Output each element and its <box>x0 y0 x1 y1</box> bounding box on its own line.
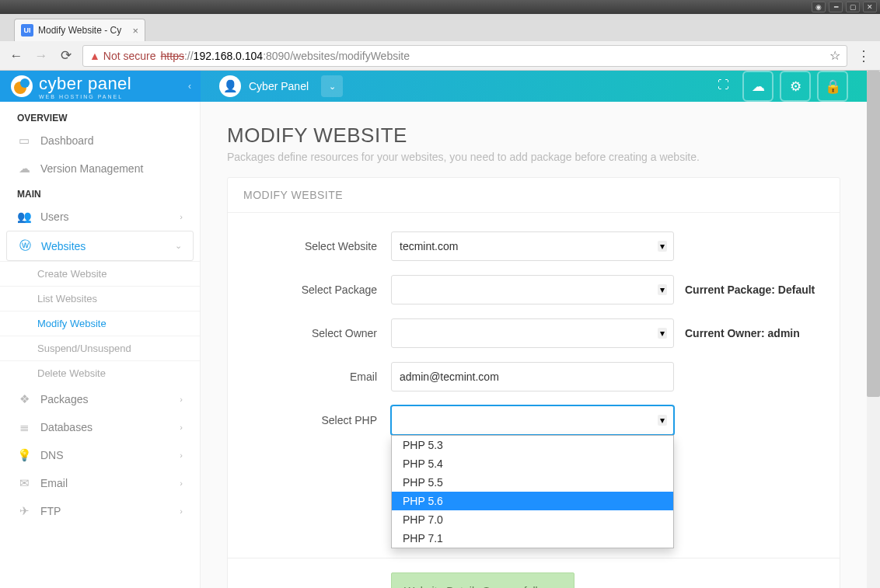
sidebar-item-websites[interactable]: ⓦ Websites ⌄ <box>6 231 194 261</box>
label-email: Email <box>243 371 391 383</box>
sidebar-item-databases[interactable]: ≣ Databases › <box>0 413 200 441</box>
modify-website-panel: MODIFY WEBSITE Select Website tecmint.co… <box>227 177 840 588</box>
user-icon[interactable]: ◉ <box>812 2 826 12</box>
gear-icon[interactable]: ⚙ <box>780 71 811 102</box>
scroll-thumb[interactable] <box>867 71 880 397</box>
sidebar-item-users[interactable]: 👥 Users › <box>0 203 200 231</box>
select-website[interactable]: tecmint.com <box>391 231 674 261</box>
subitem-delete-website[interactable]: Delete Website <box>0 360 200 385</box>
websites-submenu: Create Website List Websites Modify Webs… <box>0 261 200 385</box>
maximize-button[interactable]: ▢ <box>846 2 860 12</box>
subitem-modify-website[interactable]: Modify Website <box>0 311 200 336</box>
url-box[interactable]: ▲ Not secure https://192.168.0.104:8090/… <box>82 45 847 67</box>
label-owner: Select Owner <box>243 327 391 339</box>
security-indicator[interactable]: ▲ Not secure <box>89 50 156 62</box>
sidebar-collapse-icon[interactable]: ‹ <box>188 81 191 92</box>
tab-strip: UI Modify Website - Cy × <box>0 14 880 41</box>
bookmark-icon[interactable]: ☆ <box>829 48 840 63</box>
status-message: Website Details Successfully fetched <box>391 572 574 588</box>
brand-subtitle: WEB HOSTING PANEL <box>39 94 131 99</box>
vertical-scrollbar[interactable] <box>867 71 880 588</box>
php-option[interactable]: PHP 7.1 <box>392 529 673 548</box>
favicon-icon: UI <box>21 24 33 37</box>
avatar-icon: 👤 <box>219 75 241 97</box>
close-window-button[interactable]: ✕ <box>863 2 877 12</box>
row-email: Email admin@tecmint.com <box>243 362 824 391</box>
ftp-icon: ✈ <box>17 504 31 518</box>
cloud-upload-icon: ☁ <box>17 162 31 176</box>
header-bar: 👤 Cyber Panel ⌄ ⛶ ☁ ⚙ 🔒 <box>201 71 867 102</box>
php-option[interactable]: PHP 5.4 <box>392 454 673 473</box>
cloud-icon[interactable]: ☁ <box>742 71 773 102</box>
reload-button[interactable]: ⟳ <box>58 47 75 64</box>
chevron-right-icon: › <box>180 478 183 488</box>
logo-icon <box>11 75 33 97</box>
chevron-right-icon: › <box>180 423 183 432</box>
php-option[interactable]: PHP 7.0 <box>392 510 673 529</box>
email-icon: ✉ <box>17 476 31 490</box>
sidebar-section-main: MAIN <box>0 183 200 203</box>
panel-body: Select Website tecmint.com Select Packag… <box>228 213 840 588</box>
forward-button[interactable]: → <box>33 47 50 64</box>
sidebar-item-dns[interactable]: 💡 DNS › <box>0 441 200 469</box>
warning-icon: ▲ <box>89 50 100 62</box>
subitem-list-websites[interactable]: List Websites <box>0 286 200 311</box>
sidebar-item-version[interactable]: ☁ Version Management <box>0 155 200 183</box>
divider <box>228 558 840 558</box>
sidebar-item-dashboard[interactable]: ▭ Dashboard <box>0 127 200 155</box>
browser-menu-icon[interactable]: ⋮ <box>855 47 872 64</box>
current-package: Current Package: Default <box>685 284 815 296</box>
row-select-php: Select PHP PHP 5.3 PHP 5.4 PHP 5.5 PHP 5… <box>243 405 824 435</box>
database-icon: ≣ <box>17 420 31 434</box>
app-header: cyber panel WEB HOSTING PANEL ‹ 👤 Cyber … <box>0 71 867 102</box>
chevron-right-icon: › <box>180 451 183 460</box>
row-select-owner: Select Owner Current Owner: admin <box>243 318 824 348</box>
label-package: Select Package <box>243 284 391 296</box>
chevron-right-icon: › <box>180 395 183 404</box>
select-php[interactable] <box>391 405 674 435</box>
subitem-create-website[interactable]: Create Website <box>0 261 200 286</box>
brand-name: cyber panel <box>39 74 131 94</box>
php-option-selected[interactable]: PHP 5.6 <box>392 492 673 510</box>
sidebar-item-packages[interactable]: ❖ Packages › <box>0 385 200 413</box>
select-owner[interactable] <box>391 318 674 348</box>
address-bar: ← → ⟳ ▲ Not secure https://192.168.0.104… <box>0 41 880 71</box>
php-option[interactable]: PHP 5.5 <box>392 473 673 492</box>
minimize-button[interactable]: ━ <box>829 2 843 12</box>
panel-title: MODIFY WEBSITE <box>228 178 840 213</box>
viewport: cyber panel WEB HOSTING PANEL ‹ 👤 Cyber … <box>0 71 880 588</box>
user-name: Cyber Panel <box>249 80 309 92</box>
tab-title: Modify Website - Cy <box>38 25 121 36</box>
label-php: Select PHP <box>243 414 391 426</box>
current-owner: Current Owner: admin <box>685 327 800 339</box>
php-option[interactable]: PHP 5.3 <box>392 436 673 454</box>
chevron-down-icon: ⌄ <box>175 241 182 251</box>
packages-icon: ❖ <box>17 392 31 406</box>
browser-tab[interactable]: UI Modify Website - Cy × <box>14 19 145 41</box>
user-dropdown-icon[interactable]: ⌄ <box>321 75 343 97</box>
label-website: Select Website <box>243 240 391 252</box>
brand[interactable]: cyber panel WEB HOSTING PANEL ‹ <box>0 71 201 102</box>
app-body: OVERVIEW ▭ Dashboard ☁ Version Managemen… <box>0 102 867 588</box>
page-root: cyber panel WEB HOSTING PANEL ‹ 👤 Cyber … <box>0 71 867 588</box>
select-package[interactable] <box>391 275 674 304</box>
sidebar-item-email[interactable]: ✉ Email › <box>0 469 200 497</box>
sidebar-section-overview: OVERVIEW <box>0 106 200 127</box>
subitem-suspend-website[interactable]: Suspend/Unsuspend <box>0 336 200 360</box>
php-dropdown: PHP 5.3 PHP 5.4 PHP 5.5 PHP 5.6 PHP 7.0 … <box>391 435 674 548</box>
page-subtitle: Packages define resources for your websi… <box>227 151 840 163</box>
page-title: MODIFY WEBSITE <box>227 124 840 148</box>
row-select-website: Select Website tecmint.com <box>243 231 824 261</box>
users-icon: 👥 <box>17 210 31 224</box>
email-field[interactable]: admin@tecmint.com <box>391 362 674 391</box>
websites-icon: ⓦ <box>18 238 32 253</box>
chevron-right-icon: › <box>180 212 183 221</box>
sidebar: OVERVIEW ▭ Dashboard ☁ Version Managemen… <box>0 102 201 588</box>
user-chip[interactable]: 👤 Cyber Panel ⌄ <box>219 75 343 97</box>
browser-chrome: UI Modify Website - Cy × ← → ⟳ ▲ Not sec… <box>0 14 880 71</box>
lock-icon[interactable]: 🔒 <box>817 71 848 102</box>
close-tab-icon[interactable]: × <box>133 25 139 37</box>
back-button[interactable]: ← <box>8 47 25 64</box>
sidebar-item-ftp[interactable]: ✈ FTP › <box>0 497 200 525</box>
fullscreen-icon[interactable]: ⛶ <box>710 71 736 97</box>
